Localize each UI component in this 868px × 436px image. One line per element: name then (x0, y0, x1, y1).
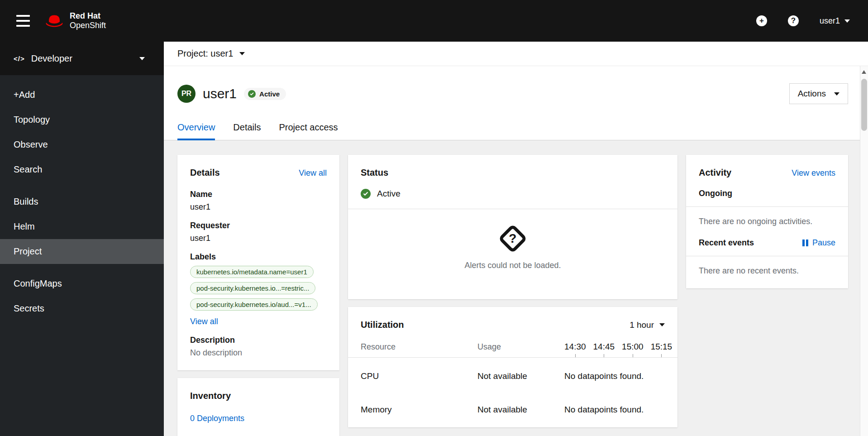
labels-view-all-link[interactable]: View all (190, 317, 218, 326)
resource-name: CPU (361, 371, 477, 381)
chevron-down-icon (139, 57, 145, 60)
user-menu[interactable]: user1 (820, 16, 850, 26)
sidebar-item-search[interactable]: Search (0, 157, 164, 182)
scroll-region: PR user1 Active Actions O (164, 66, 868, 436)
details-card: Details View all Name user1 Requester us… (177, 155, 339, 370)
hamburger-icon (16, 15, 30, 17)
pause-button[interactable]: Pause (802, 238, 835, 248)
label-pill: pod-security.kubernetes.io...=restric... (190, 282, 315, 294)
unknown-question-icon: ? (498, 224, 527, 253)
details-card-title: Details (190, 168, 220, 178)
quick-add-button[interactable]: + (756, 15, 767, 26)
status-badge: Active (244, 88, 286, 100)
sidebar-item-add[interactable]: +Add (0, 82, 164, 107)
labels-label: Labels (190, 252, 327, 262)
duration-label: 1 hour (630, 320, 654, 330)
nav-toggle-button[interactable] (14, 12, 33, 29)
time-axis: 14:30 14:45 15:00 15:15 (564, 342, 672, 357)
sidebar-nav: +Add Topology Observe Search Builds Helm… (0, 75, 164, 321)
main-area: Project: user1 PR user1 Active (164, 42, 868, 436)
chevron-down-icon (239, 52, 245, 55)
usage-column-header: Usage (477, 342, 564, 357)
scrollbar-thumb[interactable] (861, 79, 867, 131)
activity-card: Activity View events Ongoing There are n… (686, 155, 848, 288)
redhat-openshift-logo: Red Hat OpenShift (44, 11, 106, 30)
actions-dropdown-button[interactable]: Actions (789, 83, 848, 104)
utilization-card-title: Utilization (361, 320, 404, 330)
code-icon: </> (14, 55, 25, 62)
sidebar-item-helm[interactable]: Helm (0, 214, 164, 239)
sidebar-item-project[interactable]: Project (0, 239, 164, 264)
perspective-label: Developer (31, 53, 72, 64)
brand-line-1: Red Hat (70, 11, 106, 21)
ongoing-section-label: Ongoing (699, 189, 835, 198)
duration-dropdown[interactable]: 1 hour (630, 320, 665, 330)
deployments-link[interactable]: 0 Deployments (190, 414, 244, 423)
user-menu-label: user1 (820, 16, 840, 26)
sidebar-item-secrets[interactable]: Secrets (0, 296, 164, 321)
resource-name: Memory (361, 405, 477, 415)
question-circle-icon: ? (788, 15, 799, 26)
page-title: user1 (203, 86, 237, 101)
details-card-header: Details View all (190, 168, 327, 178)
recent-events-label: Recent events (699, 238, 754, 248)
name-value: user1 (190, 202, 327, 212)
chevron-down-icon (659, 323, 665, 326)
requester-label: Requester (190, 221, 327, 230)
scroll-up-icon[interactable] (862, 70, 866, 74)
time-tick: 14:45 (593, 342, 615, 357)
sidebar-item-builds[interactable]: Builds (0, 189, 164, 214)
redhat-hat-icon (44, 14, 64, 28)
utilization-row-memory: Memory Not available No datapoints found… (361, 405, 665, 415)
masthead-toolbar: + ? user1 (756, 15, 850, 26)
plus-circle-icon: + (756, 15, 767, 26)
alerts-empty-state: ? Alerts could not be loaded. (361, 209, 665, 287)
tab-project-access[interactable]: Project access (279, 122, 338, 140)
overview-dashboard: Details View all Name user1 Requester us… (164, 140, 868, 436)
resource-usage: Not available (477, 371, 564, 381)
requester-value: user1 (190, 234, 327, 243)
sidebar-item-topology[interactable]: Topology (0, 107, 164, 132)
label-pill: kubernetes.io/metadata.name=user1 (190, 266, 314, 278)
chevron-down-icon (834, 92, 839, 96)
resource-usage: Not available (477, 405, 564, 415)
inventory-card: Inventory 0 Deployments (177, 378, 339, 436)
time-tick: 15:15 (651, 342, 672, 357)
details-view-all-link[interactable]: View all (299, 168, 327, 178)
tab-bar: Overview Details Project access (164, 122, 868, 140)
status-card: Status Active ? (348, 155, 677, 299)
pause-icon (802, 240, 808, 246)
name-label: Name (190, 190, 327, 199)
utilization-card-header: Utilization 1 hour (361, 320, 665, 330)
perspective-switcher[interactable]: </> Developer (0, 42, 164, 75)
resource-data: No datapoints found. (564, 405, 665, 415)
utilization-row-cpu: CPU Not available No datapoints found. (361, 371, 665, 381)
check-circle-icon (248, 90, 256, 98)
masthead: Red Hat OpenShift + ? user1 (0, 0, 868, 42)
status-row: Active (361, 189, 665, 199)
right-column: Activity View events Ongoing There are n… (686, 155, 848, 288)
description-label: Description (190, 335, 327, 345)
view-events-link[interactable]: View events (792, 168, 835, 178)
time-tick: 15:00 (622, 342, 644, 357)
vertical-scrollbar[interactable] (860, 66, 868, 436)
tab-details[interactable]: Details (233, 122, 261, 140)
label-pill: pod-security.kubernetes.io/aud...=v1... (190, 298, 318, 311)
divider (348, 357, 677, 358)
pause-label: Pause (812, 238, 835, 248)
divider (686, 206, 848, 207)
page-header: PR user1 Active Actions O (164, 66, 868, 140)
tab-overview[interactable]: Overview (177, 122, 215, 140)
openshift-console: Red Hat OpenShift + ? user1 </> Develope… (0, 0, 868, 436)
resource-data: No datapoints found. (564, 371, 665, 381)
brand-text: Red Hat OpenShift (70, 11, 106, 30)
project-selector[interactable]: Project: user1 (177, 48, 245, 59)
sidebar-item-configmaps[interactable]: ConfigMaps (0, 271, 164, 296)
help-button[interactable]: ? (788, 15, 799, 26)
project-context-bar: Project: user1 (164, 42, 868, 66)
sidebar-item-observe[interactable]: Observe (0, 132, 164, 157)
sidebar: </> Developer +Add Topology Observe Sear… (0, 42, 164, 436)
alerts-message: Alerts could not be loaded. (361, 261, 665, 270)
status-badge-label: Active (259, 90, 280, 98)
inventory-card-title: Inventory (190, 391, 231, 401)
